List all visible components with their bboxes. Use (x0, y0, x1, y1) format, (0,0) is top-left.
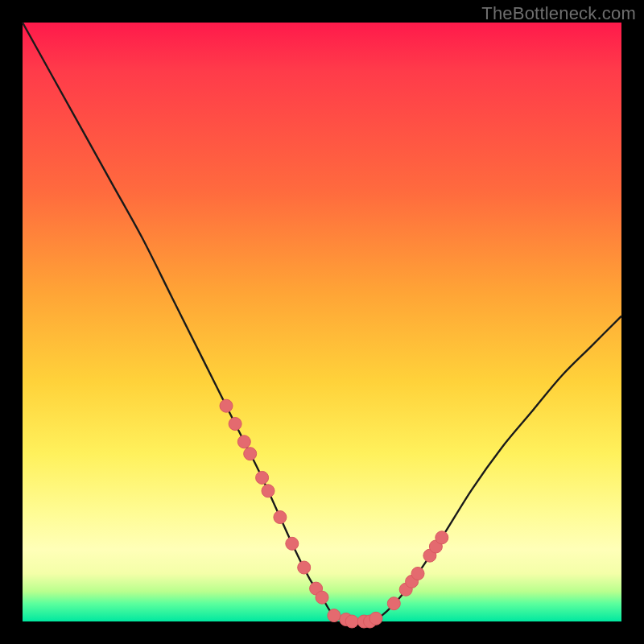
curve-bead (411, 568, 424, 580)
curve-bead (220, 399, 233, 412)
curve-bead (237, 436, 250, 448)
bottleneck-curve-path (23, 23, 621, 622)
curve-bead (229, 418, 242, 431)
curve-bead (274, 511, 287, 524)
curve-bead (328, 609, 341, 622)
watermark-text: TheBottleneck.com (481, 3, 636, 24)
curve-bead (345, 615, 358, 628)
curve-bead (286, 537, 299, 550)
curve-bead (256, 471, 269, 484)
curve-beads (220, 399, 448, 628)
curve-bead (387, 597, 400, 610)
curve-bead (244, 448, 257, 460)
plot-area (23, 23, 621, 621)
curve-bead (262, 485, 275, 497)
bottleneck-curve-svg (23, 23, 621, 621)
curve-bead (369, 612, 382, 625)
chart-frame: TheBottleneck.com (0, 0, 644, 644)
curve-bead (436, 531, 448, 544)
curve-bead (298, 561, 311, 574)
curve-bead (316, 591, 328, 604)
